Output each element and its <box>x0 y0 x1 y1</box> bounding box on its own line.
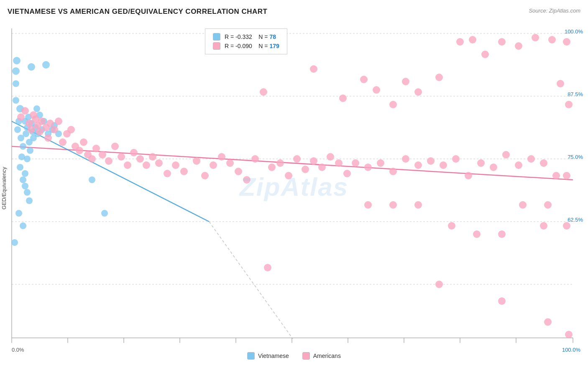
bottom-swatch-americans <box>302 352 310 360</box>
svg-point-77 <box>55 118 62 125</box>
svg-point-71 <box>36 128 43 135</box>
svg-point-42 <box>13 97 19 104</box>
svg-point-80 <box>67 126 75 133</box>
legend-row-vietnamese: R = -0.332 N = 78 <box>213 33 279 41</box>
svg-point-169 <box>565 331 573 338</box>
svg-point-107 <box>251 155 259 163</box>
svg-point-139 <box>402 155 409 163</box>
svg-point-93 <box>136 155 144 163</box>
svg-point-129 <box>498 38 506 46</box>
bottom-label-americans: Americans <box>313 353 341 359</box>
svg-point-83 <box>80 138 87 146</box>
svg-point-75 <box>46 120 54 127</box>
svg-point-45 <box>28 63 35 71</box>
vietnamese-swatch <box>213 33 220 41</box>
legend-box: R = -0.332 N = 78 R = -0.090 N = 179 <box>205 28 287 54</box>
svg-point-88 <box>105 157 112 165</box>
svg-point-145 <box>477 159 485 167</box>
svg-point-32 <box>27 147 33 154</box>
svg-point-113 <box>302 166 309 173</box>
svg-point-85 <box>88 155 96 163</box>
svg-point-118 <box>310 65 317 73</box>
bottom-label-vietnamese: Vietnamese <box>258 353 289 359</box>
svg-point-144 <box>465 172 472 179</box>
svg-point-105 <box>235 168 242 175</box>
svg-point-152 <box>563 172 570 179</box>
svg-point-127 <box>469 36 476 43</box>
svg-point-157 <box>448 222 455 230</box>
americans-swatch <box>213 42 220 50</box>
svg-point-164 <box>364 201 372 209</box>
svg-point-103 <box>218 153 225 161</box>
svg-point-135 <box>352 159 359 167</box>
svg-point-104 <box>226 159 234 167</box>
legend-vietnamese-text: R = -0.332 N = 78 <box>225 33 276 40</box>
svg-point-76 <box>51 126 58 133</box>
svg-point-21 <box>12 67 20 75</box>
svg-point-146 <box>490 164 497 171</box>
svg-point-128 <box>481 51 489 58</box>
svg-point-108 <box>260 88 267 96</box>
svg-point-54 <box>20 222 26 229</box>
svg-point-48 <box>17 164 23 171</box>
svg-point-110 <box>276 159 284 167</box>
svg-point-92 <box>130 149 138 156</box>
svg-point-98 <box>172 161 179 169</box>
svg-point-161 <box>563 222 570 230</box>
svg-point-162 <box>519 201 527 209</box>
svg-point-111 <box>285 172 292 179</box>
svg-point-56 <box>22 170 28 177</box>
svg-point-91 <box>124 161 131 169</box>
svg-point-100 <box>193 157 200 165</box>
svg-point-44 <box>13 57 20 64</box>
svg-point-43 <box>13 80 19 87</box>
svg-point-24 <box>14 126 21 133</box>
svg-point-167 <box>498 297 506 305</box>
svg-point-74 <box>44 134 52 142</box>
svg-point-126 <box>456 38 464 46</box>
svg-point-99 <box>180 168 188 175</box>
svg-point-121 <box>373 86 380 94</box>
svg-point-154 <box>565 101 573 108</box>
svg-point-116 <box>327 153 334 161</box>
svg-point-166 <box>414 201 422 209</box>
bottom-legend: Vietnamese Americans <box>247 352 341 360</box>
svg-point-52 <box>26 197 33 204</box>
svg-point-136 <box>364 164 372 171</box>
svg-point-67 <box>28 126 35 133</box>
svg-point-114 <box>310 157 317 165</box>
svg-point-86 <box>92 145 100 152</box>
svg-point-112 <box>293 155 301 163</box>
svg-point-90 <box>118 153 125 161</box>
svg-point-159 <box>498 230 506 238</box>
legend-americans-text: R = -0.090 N = 179 <box>225 43 279 49</box>
svg-point-50 <box>22 183 28 189</box>
svg-point-65 <box>21 107 29 115</box>
svg-point-153 <box>557 80 564 87</box>
svg-point-150 <box>540 159 547 167</box>
svg-point-64 <box>17 113 25 121</box>
svg-point-138 <box>389 168 397 175</box>
svg-point-122 <box>389 101 397 108</box>
svg-point-117 <box>335 159 343 167</box>
bottom-legend-americans: Americans <box>302 352 341 360</box>
svg-point-120 <box>360 76 368 83</box>
svg-point-155 <box>264 264 271 271</box>
svg-point-141 <box>427 157 435 165</box>
svg-point-82 <box>76 147 83 154</box>
svg-point-156 <box>435 281 443 288</box>
bottom-swatch-vietnamese <box>247 352 255 360</box>
svg-line-19 <box>12 121 209 222</box>
svg-point-78 <box>59 138 66 146</box>
svg-point-140 <box>414 161 422 169</box>
legend-row-americans: R = -0.090 N = 179 <box>213 42 279 50</box>
svg-point-97 <box>164 170 171 177</box>
svg-point-115 <box>318 164 326 171</box>
svg-point-102 <box>210 161 217 169</box>
svg-point-131 <box>532 34 539 41</box>
svg-point-59 <box>101 210 108 217</box>
svg-point-137 <box>377 159 384 167</box>
svg-point-148 <box>515 161 522 169</box>
svg-point-151 <box>552 172 560 179</box>
svg-point-168 <box>544 318 552 326</box>
